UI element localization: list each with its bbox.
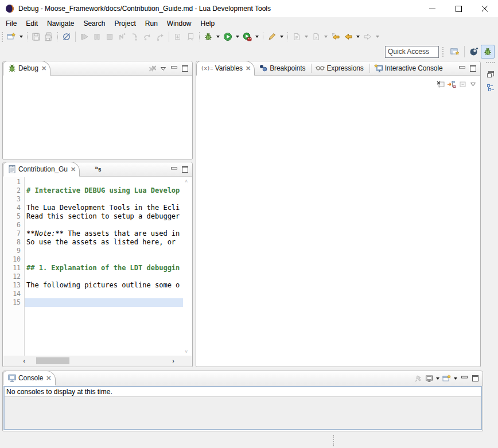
lua-perspective-button[interactable]	[467, 45, 481, 59]
run-as-dropdown[interactable]	[254, 30, 260, 43]
editor-line-5[interactable]: Read this section to setup a debugger	[25, 212, 183, 221]
tab-editor[interactable]: Contribution_Gu ✕	[3, 162, 80, 177]
disconnect-button[interactable]	[116, 30, 129, 43]
editor-more-tabs-button[interactable]: »5	[95, 164, 101, 173]
back-dropdown[interactable]	[355, 30, 361, 43]
tab-debug[interactable]: Debug ✕	[3, 61, 50, 76]
run-as-button[interactable]	[241, 30, 254, 43]
run-button[interactable]	[221, 30, 234, 43]
window-close-button[interactable]	[472, 0, 498, 17]
editor-line-9[interactable]	[25, 247, 183, 255]
new-lua-file-dropdown[interactable]	[322, 30, 329, 43]
window-maximize-button[interactable]	[445, 0, 472, 17]
menu-window[interactable]: Window	[162, 18, 196, 29]
console-content[interactable]: No consoles to display at this time.	[3, 386, 482, 430]
last-edit-location-button[interactable]	[329, 30, 342, 43]
tab-interactive-console[interactable]: Interactive Console	[370, 61, 449, 76]
show-logical-structure-button[interactable]	[446, 79, 457, 90]
scroll-left-icon[interactable]: ‹	[20, 357, 29, 364]
external-tools-button[interactable]	[266, 30, 278, 43]
new-lua-project-dropdown[interactable]	[303, 30, 310, 43]
editor-line-8[interactable]: So use the assets as listed here, or	[25, 238, 183, 247]
back-button[interactable]	[342, 30, 355, 43]
open-console-button[interactable]	[441, 373, 452, 384]
editor-line-15[interactable]	[25, 298, 183, 307]
resume-button[interactable]	[78, 30, 91, 43]
display-console-dropdown[interactable]	[434, 372, 441, 385]
window-minimize-button[interactable]	[419, 0, 445, 17]
editor-maximize-button[interactable]	[180, 164, 190, 176]
editor-line-3[interactable]	[25, 195, 183, 204]
debug-view-maximize-button[interactable]	[180, 63, 190, 75]
forward-dropdown[interactable]	[374, 30, 381, 43]
editor-line-7[interactable]: **Note:** The assets that are used in	[25, 229, 183, 238]
editor-line-12[interactable]	[25, 272, 183, 281]
menu-run[interactable]: Run	[141, 18, 162, 29]
tab-console[interactable]: Console ✕	[3, 371, 56, 385]
new-lua-file-button[interactable]	[310, 30, 322, 43]
editor-line-4[interactable]: The Lua Development Tools in the Ecli	[25, 204, 183, 212]
external-tools-dropdown[interactable]	[278, 30, 285, 43]
skip-all-breakpoints-button[interactable]	[60, 30, 73, 43]
debug-view-minimize-button[interactable]	[169, 63, 180, 75]
menu-search[interactable]: Search	[79, 18, 110, 29]
terminate-button[interactable]	[103, 30, 116, 43]
restore-editor-button[interactable]	[484, 68, 497, 80]
console-maximize-button[interactable]	[470, 373, 481, 384]
editor-vertical-scrollbar[interactable]: ˄ ˅	[183, 177, 192, 356]
tab-debug-close-icon[interactable]: ✕	[41, 65, 46, 72]
save-all-button[interactable]	[42, 30, 55, 43]
suspend-button[interactable]	[91, 30, 103, 43]
toolbar-grip[interactable]	[2, 32, 4, 42]
step-into-button[interactable]	[129, 30, 141, 43]
debug-button[interactable]	[202, 30, 215, 43]
strip-grip[interactable]	[486, 62, 495, 64]
console-minimize-button[interactable]	[459, 373, 470, 384]
scroll-right-icon[interactable]: ›	[169, 357, 178, 364]
use-step-filters-button[interactable]	[184, 30, 197, 43]
tab-breakpoints[interactable]: Breakpoints	[255, 61, 311, 76]
editor-line-2[interactable]: # Interactive DEBUG using Lua Develop	[25, 186, 183, 195]
debug-view-menu-button[interactable]	[158, 63, 169, 75]
new-wizard-button[interactable]	[5, 30, 18, 43]
save-button[interactable]	[30, 30, 42, 43]
menu-help[interactable]: Help	[196, 18, 220, 29]
editor-hscroll-thumb[interactable]	[36, 357, 69, 364]
editor-line-6[interactable]	[25, 221, 183, 229]
tab-console-close-icon[interactable]: ✕	[46, 375, 50, 382]
editor-line-11[interactable]: ## 1. Explanation of the LDT debuggin	[25, 264, 183, 272]
debug-perspective-button[interactable]	[481, 45, 495, 59]
outline-view-button[interactable]	[484, 81, 497, 94]
collapse-all-button[interactable]	[457, 79, 468, 90]
editor-line-10[interactable]	[25, 255, 183, 264]
status-grip[interactable]	[333, 435, 335, 446]
open-perspective-button[interactable]	[448, 45, 462, 59]
editor-line-13[interactable]: The following pictures outline some o	[25, 281, 183, 290]
variables-minimize-button[interactable]	[457, 63, 468, 75]
menu-navigate[interactable]: Navigate	[42, 18, 79, 29]
show-type-names-button[interactable]	[435, 79, 446, 90]
quick-access-input[interactable]	[385, 46, 439, 58]
menu-file[interactable]: File	[1, 18, 21, 29]
menu-edit[interactable]: Edit	[21, 18, 42, 29]
editor-horizontal-scrollbar[interactable]: ‹ ›	[3, 356, 192, 366]
run-dropdown[interactable]	[234, 30, 241, 43]
new-wizard-dropdown[interactable]	[18, 30, 25, 43]
step-return-button[interactable]	[154, 30, 166, 43]
open-console-dropdown[interactable]	[452, 372, 459, 385]
tab-editor-close-icon[interactable]: ✕	[71, 166, 75, 173]
editor-line-14[interactable]	[25, 290, 183, 298]
display-selected-console-button[interactable]	[423, 373, 434, 384]
variables-maximize-button[interactable]	[468, 63, 478, 75]
menu-project[interactable]: Project	[110, 18, 140, 29]
debug-dropdown[interactable]	[215, 30, 221, 43]
remove-all-terminated-button[interactable]	[147, 63, 158, 75]
tab-variables[interactable]: (x)= Variables ✕	[196, 61, 255, 76]
editor-line-1[interactable]	[25, 178, 183, 186]
tab-variables-close-icon[interactable]: ✕	[246, 65, 250, 72]
tab-expressions[interactable]: Expressions	[312, 61, 369, 76]
new-lua-project-button[interactable]	[290, 30, 303, 43]
drop-to-frame-button[interactable]	[172, 30, 184, 43]
editor-code-area[interactable]: # Interactive DEBUG using Lua DevelopThe…	[25, 177, 183, 356]
pin-console-button[interactable]	[413, 373, 423, 384]
